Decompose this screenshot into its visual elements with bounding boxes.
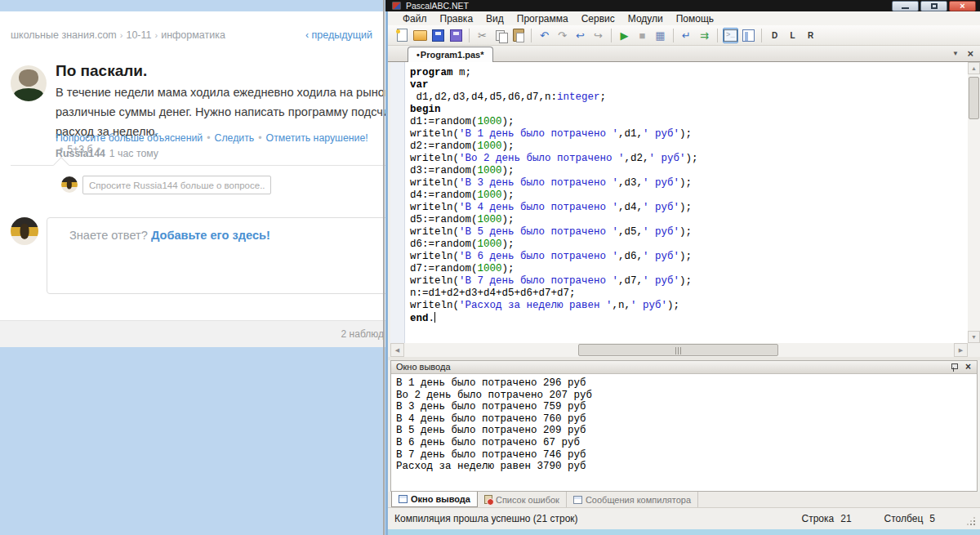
code-line: d1,d2,d3,d4,d5,d6,d7,n:integer; <box>410 91 698 104</box>
tab-compiler-messages[interactable]: Сообщения компилятора <box>567 492 698 507</box>
toolbar-separator <box>761 29 762 42</box>
nav-back-icon[interactable]: ↩ <box>572 28 588 43</box>
maximize-button[interactable] <box>920 1 947 11</box>
show-console-icon[interactable]: >_ <box>723 28 738 43</box>
scroll-right-icon[interactable]: ▶ <box>954 343 968 357</box>
divider <box>11 165 385 166</box>
code-line: end. <box>410 312 698 325</box>
output-close-icon[interactable]: × <box>965 361 971 372</box>
toolbar-separator <box>717 29 718 42</box>
tab-list-dropdown-icon[interactable]: ▼ <box>952 50 959 57</box>
copy-icon[interactable] <box>492 28 508 43</box>
save-icon[interactable] <box>430 28 446 43</box>
tab-close-icon[interactable]: × <box>967 47 973 60</box>
vscroll-thumb[interactable] <box>969 77 979 119</box>
step-over-icon[interactable]: ↵ <box>679 28 694 43</box>
open-folder-icon[interactable] <box>412 28 428 43</box>
doc-r-icon[interactable]: R <box>803 28 818 43</box>
scroll-left-icon[interactable]: ◀ <box>390 343 404 357</box>
bottom-tab-label: Сообщения компилятора <box>586 495 691 505</box>
close-button[interactable]: × <box>949 1 976 11</box>
paste-icon[interactable] <box>510 28 526 43</box>
hscroll-grip <box>675 347 682 354</box>
toolbar-separator <box>531 29 532 42</box>
watch-grid-icon[interactable]: ▦ <box>653 28 668 43</box>
question-author-avatar[interactable] <box>11 65 47 101</box>
compiler-messages-icon <box>573 496 582 504</box>
comment-input[interactable] <box>82 176 271 194</box>
previous-question-link[interactable]: ‹ предыдущий <box>305 29 372 41</box>
doc-d-icon[interactable]: D <box>767 28 782 43</box>
follow-link[interactable]: Следить <box>215 132 255 144</box>
title-bar[interactable]: PascalABC.NET × <box>385 0 980 11</box>
stop-icon[interactable]: ■ <box>635 28 650 43</box>
step-into-icon[interactable]: ⇉ <box>697 28 712 43</box>
save-all-icon[interactable] <box>448 28 464 43</box>
question-author[interactable]: Russia144 <box>56 148 105 159</box>
tab-output-window[interactable]: Окно вывода <box>391 492 478 507</box>
output-panel: Окно вывода × В 1 день было потрачено 29… <box>390 360 978 492</box>
scroll-corner <box>968 343 980 357</box>
commenter-avatar[interactable] <box>61 176 78 193</box>
code-line: writeln('Расход за неделю равен ',n,' ру… <box>410 300 698 312</box>
pin-icon[interactable] <box>951 363 957 372</box>
code-editor[interactable]: program m;var d1,d2,d3,d4,d5,d6,d7,n:int… <box>390 62 968 343</box>
menu-service[interactable]: Сервис <box>575 13 621 25</box>
code-line: begin <box>410 104 698 116</box>
error-list-icon <box>484 495 492 504</box>
minimize-icon <box>902 7 909 9</box>
status-column-label: Столбец <box>884 513 924 524</box>
page-footer-area <box>0 347 385 535</box>
code-line: writeln('В 5 день было потрачено ',d5,' … <box>410 226 698 239</box>
menu-help[interactable]: Помощь <box>670 13 720 25</box>
output-text: В 1 день было потрачено 296 рубВо 2 день… <box>391 374 977 491</box>
output-window-icon <box>399 495 408 503</box>
menu-edit[interactable]: Правка <box>434 13 480 25</box>
run-icon[interactable]: ▶ <box>617 28 632 43</box>
code-line: n:=d1+d2+d3+d4+d5+d6+d7+d7; <box>410 288 698 300</box>
menu-view[interactable]: Вид <box>479 13 510 25</box>
add-answer-link[interactable]: Добавьте его здесь! <box>151 229 270 242</box>
bottom-tab-label: Окно вывода <box>411 494 470 504</box>
report-link[interactable]: Отметить нарушение! <box>266 132 368 144</box>
output-panel-header[interactable]: Окно вывода × <box>391 361 977 374</box>
resize-grip[interactable] <box>967 517 975 525</box>
show-structure-icon[interactable] <box>741 28 756 43</box>
new-file-icon[interactable] <box>394 28 410 43</box>
hscroll-thumb[interactable] <box>578 344 778 356</box>
output-panel-title: Окно вывода <box>396 362 451 372</box>
code-line: writeln('В 6 день было потрачено ',d6,' … <box>410 251 698 263</box>
answer-prompt-text: Знаете ответ? <box>69 229 148 242</box>
redo-icon[interactable]: ↷ <box>555 28 570 43</box>
output-line: В 7 день было потрачено 746 руб <box>396 449 972 461</box>
breadcrumb-grade-link[interactable]: 10-11 <box>126 29 151 41</box>
code-line: d2:=random(1000); <box>410 140 698 153</box>
minimize-button[interactable] <box>892 1 919 11</box>
tab-program1[interactable]: • Program1.pas* <box>408 47 493 62</box>
tab-error-list[interactable]: Список ошибок <box>478 492 567 507</box>
breadcrumb-subject-link[interactable]: информатика <box>161 29 225 41</box>
scroll-down-icon[interactable]: ▼ <box>968 331 980 343</box>
editor-vscrollbar[interactable]: ▲ ▼ <box>968 62 980 343</box>
cut-icon[interactable]: ✂ <box>474 28 490 43</box>
editor-hscrollbar[interactable]: ◀ ▶ <box>390 343 968 357</box>
tab-label: Program1.pas* <box>421 50 484 60</box>
breadcrumb-site-link[interactable]: школьные знания.com <box>11 29 117 41</box>
output-line: В 3 день было потрачено 759 руб <box>396 401 972 413</box>
scroll-up-icon[interactable]: ▲ <box>968 62 980 74</box>
menu-program[interactable]: Программа <box>510 13 575 25</box>
observers-bar: 2 наблюд <box>0 320 385 347</box>
menu-modules[interactable]: Модули <box>621 13 670 25</box>
answer-box[interactable]: Знаете ответ? Добавьте его здесь! <box>47 217 390 294</box>
maximize-icon <box>931 3 938 9</box>
undo-icon[interactable]: ↶ <box>537 28 552 43</box>
code-lines: program m;var d1,d2,d3,d4,d5,d6,d7,n:int… <box>410 67 698 325</box>
answer-user-avatar[interactable] <box>11 217 38 245</box>
nav-forward-icon[interactable]: ↪ <box>590 28 606 43</box>
code-line: d5:=random(1000); <box>410 214 698 226</box>
doc-l-icon[interactable]: L <box>785 28 800 43</box>
menu-file[interactable]: Файл <box>396 13 434 25</box>
ask-more-link[interactable]: Попросите больше объяснений <box>56 132 203 144</box>
text-caret <box>434 312 435 323</box>
question-meta: Russia1441 час тому <box>56 148 158 159</box>
